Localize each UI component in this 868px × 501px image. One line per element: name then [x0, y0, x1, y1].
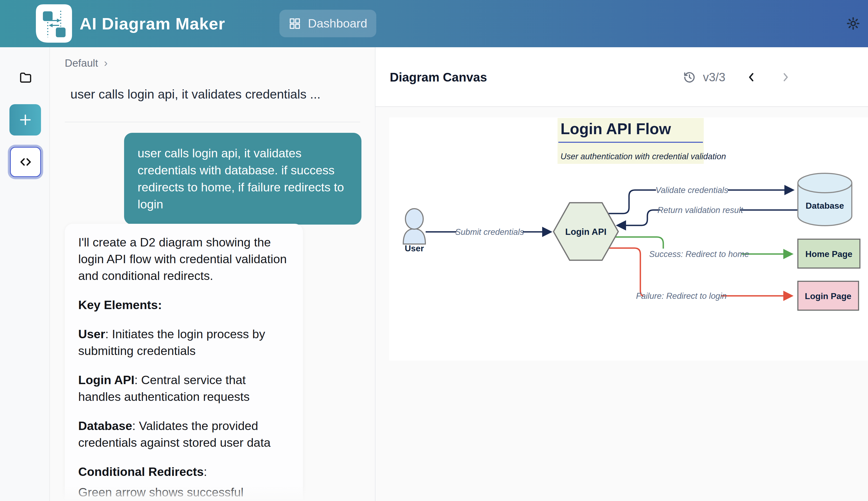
node-home-page: Home Page [798, 239, 860, 268]
dashboard-button[interactable]: Dashboard [279, 10, 376, 37]
history-icon [683, 71, 696, 84]
code-view-button[interactable] [10, 147, 41, 177]
edge-label-submit: Submit credentials [455, 227, 524, 237]
assistant-paragraph: Login API: Central service that handles … [78, 372, 289, 405]
node-label-login-page: Login Page [805, 291, 851, 301]
assistant-paragraph: Conditional Redirects: [78, 463, 289, 480]
node-database: Database [798, 173, 852, 226]
arrowhead-success [783, 249, 793, 259]
assistant-paragraph: Green arrow shows successful authenticat… [78, 484, 289, 501]
chat-panel: Default › user calls login api, it valid… [50, 47, 375, 501]
app-header: AI Diagram Maker Dashboard [0, 0, 868, 47]
dashboard-label: Dashboard [308, 17, 367, 31]
new-diagram-button[interactable] [9, 104, 41, 136]
assistant-paragraph: I'll create a D2 diagram showing the log… [78, 234, 289, 284]
arrowhead-submit [542, 227, 552, 237]
app-title: AI Diagram Maker [79, 0, 225, 47]
assistant-paragraph: Database: Validates the provided credent… [78, 418, 289, 451]
diagram-subtitle: User authentication with credential vali… [561, 152, 726, 161]
node-label-login-api: Login API [565, 227, 607, 237]
files-button[interactable] [17, 69, 34, 87]
edge-label-failure: Failure: Redirect to login [636, 291, 727, 301]
node-label-database: Database [806, 201, 844, 211]
version-label: v3/3 [703, 71, 725, 84]
rendered-diagram: Login API Flow User authentication with … [389, 117, 868, 361]
node-label-home-page: Home Page [805, 249, 852, 259]
assistant-message-card: I'll create a D2 diagram showing the log… [65, 224, 303, 501]
diagram-canvas-panel: Diagram Canvas v3/3 [375, 47, 868, 501]
theme-toggle-button[interactable] [844, 14, 862, 33]
user-message-bubble: user calls login api, it validates crede… [124, 133, 361, 225]
breadcrumb[interactable]: Default › [65, 57, 108, 69]
assistant-paragraph: Key Elements: [78, 297, 289, 313]
divider [65, 122, 360, 122]
left-sidebar [0, 47, 50, 501]
arrowhead-failure [783, 291, 793, 301]
breadcrumb-project[interactable]: Default [65, 57, 98, 69]
canvas-title: Diagram Canvas [390, 47, 487, 107]
code-brackets-icon [18, 155, 33, 169]
previous-version-button[interactable] [742, 68, 761, 87]
node-login-api: Login API [553, 203, 618, 260]
node-label-user: User [405, 244, 424, 253]
canvas-header: Diagram Canvas v3/3 [375, 47, 868, 107]
node-login-page: Login Page [798, 281, 859, 310]
node-user: User [403, 209, 425, 253]
breadcrumb-chevron-icon: › [104, 57, 108, 69]
conversation-title: user calls login api, it validates crede… [70, 87, 320, 102]
edge-label-validate: Validate credentials [656, 185, 728, 195]
assistant-paragraph: User: Initiates the login process by sub… [78, 326, 289, 359]
version-controls: v3/3 [683, 47, 795, 107]
sun-icon [846, 17, 860, 31]
next-version-button[interactable] [776, 68, 795, 87]
app-logo-icon [36, 4, 72, 43]
diagram-title: Login API Flow [561, 120, 671, 137]
plus-icon [18, 112, 33, 127]
arrowhead-validate [784, 185, 795, 195]
dashboard-grid-icon [288, 17, 301, 30]
folder-icon [19, 71, 33, 85]
edge-label-success: Success: Redirect to home [649, 249, 749, 259]
edge-label-return: Return validation result [657, 205, 743, 215]
